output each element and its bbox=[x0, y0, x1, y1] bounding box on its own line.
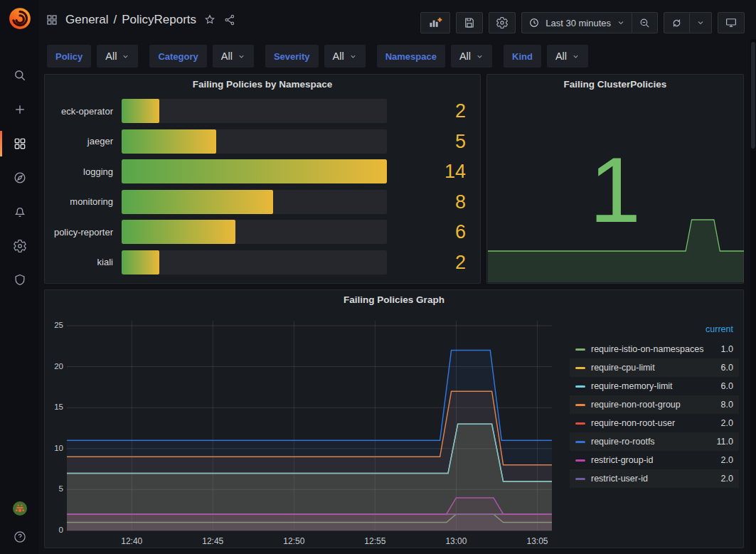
bar-row: logging 14 bbox=[50, 159, 474, 183]
series-current-value: 2.0 bbox=[721, 474, 733, 484]
y-axis-label: 20 bbox=[45, 362, 63, 371]
series-color-swatch bbox=[575, 348, 585, 351]
legend-row[interactable]: require-istio-on-namespaces 1.0 bbox=[570, 340, 739, 358]
bar-value: 2 bbox=[387, 99, 474, 123]
series-color-swatch bbox=[575, 459, 585, 462]
series-current-value: 2.0 bbox=[721, 455, 733, 465]
series-name: restrict-group-id bbox=[591, 455, 721, 465]
stat-sparkline bbox=[488, 217, 744, 282]
sidebar-item-server-admin[interactable] bbox=[0, 273, 39, 287]
bar-fill bbox=[122, 129, 216, 154]
zoom-out-icon bbox=[639, 17, 651, 29]
filter-policy-value[interactable]: All bbox=[97, 45, 138, 68]
sidebar-item-dashboards[interactable] bbox=[0, 137, 39, 151]
filter-kind-selected: All bbox=[555, 50, 567, 62]
filter-severity-selected: All bbox=[333, 50, 344, 62]
sidebar-item-alerting[interactable] bbox=[0, 205, 39, 219]
filter-namespace-label[interactable]: Namespace bbox=[377, 45, 445, 68]
legend-row[interactable]: require-ro-rootfs 11.0 bbox=[570, 432, 739, 451]
filter-severity: Severity All bbox=[265, 45, 366, 68]
cycle-view-mode-button[interactable] bbox=[718, 12, 745, 33]
filter-policy-selected: All bbox=[105, 50, 117, 62]
legend-row[interactable]: restrict-user-id 2.0 bbox=[570, 469, 739, 488]
series-current-value: 11.0 bbox=[717, 437, 733, 447]
panel-failing-policies-by-namespace: Failing Policies by Namespace eck-operat… bbox=[44, 74, 481, 284]
add-panel-button[interactable] bbox=[420, 12, 450, 33]
filter-severity-value[interactable]: All bbox=[324, 45, 366, 68]
time-range-picker[interactable]: Last 30 minutes bbox=[521, 12, 632, 33]
bar-fill bbox=[122, 99, 159, 123]
breadcrumb-dashboard[interactable]: PolicyReports bbox=[122, 13, 196, 27]
panel-title[interactable]: Failing ClusterPolicies bbox=[487, 75, 743, 95]
filter-kind-value[interactable]: All bbox=[547, 45, 588, 68]
legend-row[interactable]: require-cpu-limit 6.0 bbox=[570, 358, 739, 377]
compass-icon bbox=[13, 171, 27, 185]
chevron-down-icon bbox=[617, 18, 625, 27]
bar-value: 2 bbox=[387, 250, 474, 275]
filter-severity-label[interactable]: Severity bbox=[265, 45, 319, 68]
legend-row[interactable]: require-non-root-user 2.0 bbox=[570, 414, 739, 432]
bar-row: eck-operator 2 bbox=[50, 99, 474, 123]
zoom-out-time-button[interactable] bbox=[632, 12, 658, 33]
avatar-icon bbox=[13, 501, 27, 516]
x-axis: 12:4012:4512:5012:5513:0013:05 bbox=[67, 536, 552, 548]
sidebar-item-create[interactable] bbox=[0, 102, 39, 117]
time-range-label: Last 30 minutes bbox=[545, 18, 611, 28]
bar-fill bbox=[122, 159, 387, 183]
bar-row: jaeger 5 bbox=[50, 129, 474, 154]
refresh-dashboard-button[interactable] bbox=[664, 12, 690, 33]
series-name: require-non-root-group bbox=[591, 400, 721, 410]
filter-category-value[interactable]: All bbox=[213, 45, 254, 68]
chevron-down-icon bbox=[238, 53, 245, 60]
legend-row[interactable]: restrict-group-id 2.0 bbox=[570, 451, 739, 469]
series-name: require-ro-rootfs bbox=[591, 437, 717, 447]
chevron-down-icon bbox=[572, 53, 580, 60]
share-dashboard-button[interactable] bbox=[223, 14, 236, 26]
scrollbar-thumb[interactable] bbox=[751, 42, 755, 149]
filter-policy-label[interactable]: Policy bbox=[47, 45, 91, 68]
panel-title[interactable]: Failing Policies Graph bbox=[45, 290, 743, 310]
series-color-swatch bbox=[575, 367, 585, 369]
page-scrollbar[interactable] bbox=[750, 39, 756, 554]
legend-row[interactable]: require-memory-limit 6.0 bbox=[570, 377, 739, 395]
bar-value: 6 bbox=[387, 220, 474, 244]
star-dashboard-button[interactable] bbox=[203, 14, 216, 26]
chevron-down-icon bbox=[696, 18, 705, 27]
star-icon bbox=[203, 14, 216, 26]
sidebar-item-configuration[interactable] bbox=[0, 239, 39, 253]
series-current-value: 6.0 bbox=[721, 363, 733, 373]
grafana-logo[interactable] bbox=[0, 6, 39, 31]
filter-kind-label[interactable]: Kind bbox=[504, 45, 541, 68]
share-icon bbox=[223, 14, 236, 26]
breadcrumb-folder[interactable]: General bbox=[65, 13, 108, 27]
clock-icon bbox=[528, 17, 540, 28]
y-axis: 0510152025 bbox=[45, 321, 63, 531]
chevron-down-icon bbox=[476, 53, 484, 60]
sidebar-item-explore[interactable] bbox=[0, 171, 39, 185]
legend-header-current[interactable]: current bbox=[570, 321, 739, 337]
y-axis-label: 5 bbox=[45, 484, 63, 493]
legend-row[interactable]: require-non-root-group 8.0 bbox=[570, 395, 739, 414]
dashboard-settings-button[interactable] bbox=[489, 12, 516, 33]
series-name: require-istio-on-namespaces bbox=[591, 344, 721, 354]
question-circle-icon bbox=[13, 530, 27, 544]
sidebar-item-search[interactable] bbox=[0, 68, 39, 82]
panel-title[interactable]: Failing Policies by Namespace bbox=[45, 75, 480, 95]
save-dashboard-button[interactable] bbox=[456, 12, 483, 33]
sidebar bbox=[0, 0, 39, 554]
series-color-swatch bbox=[575, 478, 585, 480]
bar-label: policy-reporter bbox=[50, 227, 122, 238]
bar-row: kiali 2 bbox=[50, 250, 474, 275]
panel-failing-clusterpolicies: Failing ClusterPolicies 1 bbox=[486, 74, 744, 284]
gear-icon bbox=[13, 239, 27, 253]
filter-category-label[interactable]: Category bbox=[149, 45, 206, 68]
dashboard-grid-icon bbox=[46, 14, 58, 26]
filter-namespace-value[interactable]: All bbox=[451, 45, 492, 68]
series-current-value: 2.0 bbox=[721, 418, 733, 428]
help-icon[interactable] bbox=[0, 530, 39, 544]
time-series-plot[interactable] bbox=[67, 321, 552, 531]
user-avatar[interactable] bbox=[0, 501, 39, 516]
filter-category-selected: All bbox=[221, 50, 233, 62]
refresh-interval-dropdown[interactable] bbox=[690, 12, 712, 33]
series-color-swatch bbox=[575, 385, 585, 388]
